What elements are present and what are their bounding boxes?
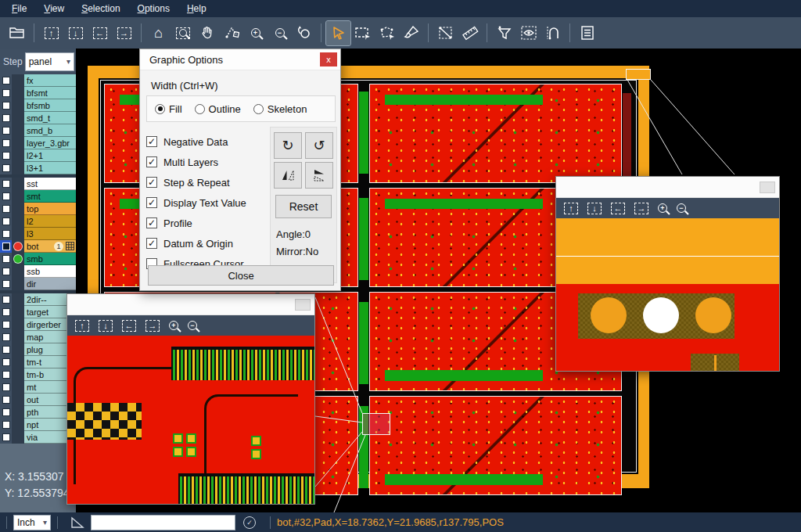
layer-visibility-checkbox[interactable] bbox=[2, 127, 10, 135]
layer-visibility-checkbox[interactable] bbox=[2, 433, 10, 441]
checkbox-multi-layers[interactable]: ✓Multi Layers bbox=[146, 152, 270, 172]
layer-row[interactable]: tm-t bbox=[0, 356, 76, 368]
polygon-select-button[interactable] bbox=[375, 21, 399, 45]
layer-row[interactable]: smd_t bbox=[0, 112, 76, 124]
layer-row[interactable]: fx bbox=[0, 74, 76, 87]
view-options-button[interactable] bbox=[516, 21, 541, 45]
layer-row[interactable]: plug bbox=[0, 343, 76, 356]
layer-row[interactable]: ssb bbox=[0, 265, 76, 278]
layer-visibility-checkbox[interactable] bbox=[2, 230, 10, 238]
arrow-up-icon[interactable]: ↑ bbox=[564, 203, 578, 214]
dialog-close-button[interactable]: x bbox=[320, 52, 337, 66]
brush-button[interactable] bbox=[399, 21, 423, 45]
layer-row[interactable]: npt bbox=[0, 419, 76, 431]
arrow-up-icon[interactable]: ↑ bbox=[75, 320, 89, 332]
layer-row[interactable]: l2+1 bbox=[0, 149, 76, 162]
pan-button[interactable] bbox=[195, 21, 219, 45]
layer-row[interactable]: top bbox=[0, 203, 76, 215]
layer-visibility-checkbox[interactable] bbox=[2, 243, 10, 250]
layer-visibility-checkbox[interactable] bbox=[2, 346, 10, 354]
layer-row[interactable]: tm-b bbox=[0, 368, 76, 381]
layer-row[interactable]: layer_3.gbr bbox=[0, 137, 76, 149]
layer-row[interactable]: l3+1 bbox=[0, 162, 76, 174]
arrow-right-icon[interactable]: → bbox=[634, 203, 648, 214]
zoom-window-1-canvas[interactable] bbox=[67, 336, 314, 504]
snap-button[interactable] bbox=[541, 21, 565, 45]
layer-row[interactable]: target bbox=[0, 306, 76, 318]
layer-visibility-checkbox[interactable] bbox=[2, 358, 10, 366]
window-control-button[interactable] bbox=[760, 182, 775, 193]
layer-visibility-checkbox[interactable] bbox=[2, 152, 10, 160]
layer-row[interactable]: smd_b bbox=[0, 124, 76, 137]
layer-row[interactable]: bfsmb bbox=[0, 99, 76, 112]
zoom-window-2-canvas[interactable] bbox=[556, 218, 779, 371]
arrow-down-icon[interactable]: ↓ bbox=[99, 320, 113, 332]
layer-row-bot[interactable]: bot1 bbox=[0, 240, 76, 253]
rotate-cw-button[interactable]: ↻ bbox=[274, 132, 302, 159]
layer-visibility-checkbox[interactable] bbox=[2, 308, 10, 316]
arrow-left-icon[interactable]: ← bbox=[122, 320, 136, 332]
zoom-in-icon[interactable]: + bbox=[658, 203, 667, 213]
menu-view[interactable]: View bbox=[35, 1, 73, 16]
zoom-out-button[interactable]: − bbox=[268, 21, 292, 45]
layer-row[interactable]: via bbox=[0, 431, 76, 444]
ruler-button[interactable] bbox=[458, 21, 482, 45]
grid-icon[interactable] bbox=[66, 242, 74, 250]
checkbox-datum-origin[interactable]: ✓Datum & Origin bbox=[146, 233, 270, 253]
move-down-button[interactable]: ↓ bbox=[63, 21, 88, 45]
layer-row[interactable]: 2dir-- bbox=[0, 293, 76, 306]
step-select[interactable]: panel ▾ bbox=[25, 52, 74, 71]
checkbox-profile[interactable]: ✓Profile bbox=[146, 213, 270, 233]
zoom-previous-button[interactable] bbox=[292, 21, 316, 45]
layer-visibility-checkbox[interactable] bbox=[2, 280, 10, 288]
zoom-window-button[interactable] bbox=[171, 21, 195, 45]
window-control-button[interactable] bbox=[295, 299, 311, 311]
arrow-right-icon[interactable]: → bbox=[145, 320, 160, 332]
radio-outline[interactable]: Outline bbox=[195, 103, 241, 115]
report-button[interactable] bbox=[575, 21, 599, 45]
layer-row[interactable]: sst bbox=[0, 178, 76, 190]
close-button[interactable]: Close bbox=[148, 265, 334, 286]
layer-visibility-checkbox[interactable] bbox=[2, 77, 10, 84]
layer-row[interactable]: dir bbox=[0, 278, 76, 290]
layer-row[interactable]: out bbox=[0, 394, 76, 406]
radio-skeleton[interactable]: Skeleton bbox=[253, 103, 307, 115]
menu-selection[interactable]: Selection bbox=[73, 1, 128, 16]
layer-visibility-checkbox[interactable] bbox=[2, 217, 10, 225]
checkbox-step-repeat[interactable]: ✓Step & Repeat bbox=[146, 172, 270, 192]
checkbox-display-text-value[interactable]: ✓Display Text Value bbox=[146, 192, 270, 213]
layer-visibility-checkbox[interactable] bbox=[2, 255, 10, 263]
zoom-in-icon[interactable]: + bbox=[169, 321, 178, 330]
layer-row[interactable]: bfsmt bbox=[0, 87, 76, 99]
move-left-button[interactable]: ← bbox=[88, 21, 112, 45]
radio-fill[interactable]: Fill bbox=[155, 103, 182, 115]
rotate-ccw-button[interactable]: ↺ bbox=[305, 132, 333, 159]
layer-visibility-checkbox[interactable] bbox=[2, 333, 10, 341]
mirror-horizontal-button[interactable] bbox=[274, 162, 302, 189]
menu-options[interactable]: Options bbox=[129, 1, 178, 16]
arrow-down-icon[interactable]: ↓ bbox=[587, 203, 602, 214]
layer-visibility-checkbox[interactable] bbox=[2, 421, 10, 429]
layer-visibility-checkbox[interactable] bbox=[2, 89, 10, 97]
layer-visibility-checkbox[interactable] bbox=[2, 205, 10, 213]
layer-visibility-checkbox[interactable] bbox=[2, 192, 10, 200]
zoom-window-2-titlebar[interactable] bbox=[556, 177, 779, 198]
layer-visibility-checkbox[interactable] bbox=[2, 321, 10, 329]
mirror-vertical-button[interactable] bbox=[305, 162, 333, 189]
open-file-button[interactable] bbox=[5, 21, 29, 45]
checkbox-negative-data[interactable]: ✓Negative Data bbox=[146, 131, 270, 152]
layer-visibility-checkbox[interactable] bbox=[2, 164, 10, 172]
layer-row[interactable]: dirgerber bbox=[0, 318, 76, 331]
arrow-left-icon[interactable]: ← bbox=[611, 203, 625, 214]
move-up-button[interactable]: ↑ bbox=[39, 21, 63, 45]
unit-select[interactable]: Inch ▾ bbox=[13, 515, 51, 530]
home-view-button[interactable]: ⌂ bbox=[146, 21, 171, 45]
layer-visibility-checkbox[interactable] bbox=[2, 383, 10, 391]
layer-visibility-checkbox[interactable] bbox=[2, 180, 10, 188]
layer-visibility-checkbox[interactable] bbox=[2, 371, 10, 379]
dialog-titlebar[interactable]: Graphic Options x bbox=[140, 49, 340, 70]
measure-diagonal-button[interactable] bbox=[433, 21, 458, 45]
move-right-button[interactable]: → bbox=[112, 21, 136, 45]
apply-check-icon[interactable]: ✓ bbox=[243, 516, 256, 529]
menu-help[interactable]: Help bbox=[178, 1, 215, 16]
